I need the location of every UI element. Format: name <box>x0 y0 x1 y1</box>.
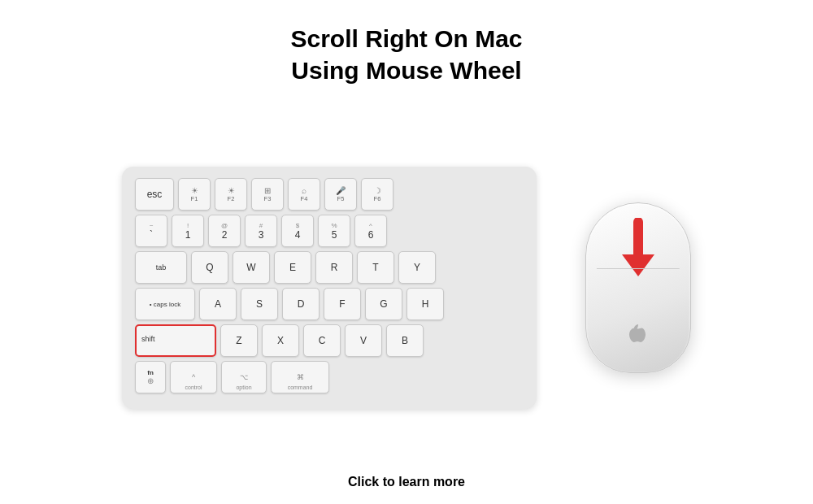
key-g: G <box>365 288 402 320</box>
key-row-numbers: ~` !1 @2 #3 $4 %5 ^6 <box>135 215 524 247</box>
mouse-illustration <box>585 202 691 373</box>
key-5: %5 <box>318 215 350 247</box>
key-row-asdf: • caps lock A S D F G H <box>135 288 524 320</box>
key-row-modifiers: fn ⊕ ^ control ⌥ option ⌘ command <box>135 361 524 393</box>
key-h: H <box>406 288 444 320</box>
key-6: ^6 <box>354 215 387 247</box>
key-control: ^ control <box>170 361 217 393</box>
key-q: Q <box>191 251 228 284</box>
key-shift: shift <box>135 324 216 357</box>
key-x: X <box>262 324 299 357</box>
scroll-arrow-icon <box>614 218 663 283</box>
key-row-zxcvb: shift Z X C V B <box>135 324 524 357</box>
key-z: Z <box>220 324 258 357</box>
key-caps-lock: • caps lock <box>135 288 195 320</box>
key-r: R <box>315 251 353 284</box>
key-row-fn: esc ☀F1 ☀F2 ⊞F3 ⌕F4 🎤F5 ☽F6 <box>135 178 524 211</box>
mouse-divider <box>597 268 680 269</box>
learn-more-link[interactable]: Click to learn more <box>348 475 465 489</box>
key-e: E <box>274 251 311 284</box>
key-fn: fn ⊕ <box>135 361 166 393</box>
key-tab: tab <box>135 251 187 284</box>
key-backtick: ~` <box>135 215 167 247</box>
key-t: T <box>357 251 394 284</box>
key-f1: ☀F1 <box>178 178 211 211</box>
key-3: #3 <box>245 215 277 247</box>
key-c: C <box>303 324 341 357</box>
key-row-qwerty: tab Q W E R T Y <box>135 251 524 284</box>
svg-marker-1 <box>622 254 654 276</box>
key-f5: 🎤F5 <box>324 178 357 211</box>
key-f4: ⌕F4 <box>288 178 320 211</box>
keyboard-illustration: esc ☀F1 ☀F2 ⊞F3 ⌕F4 🎤F5 ☽F6 ~` !1 @2 #3 … <box>122 167 537 409</box>
magic-mouse <box>585 202 691 373</box>
key-command: ⌘ command <box>271 361 329 393</box>
key-y: Y <box>398 251 436 284</box>
title-line1: Scroll Right On Mac <box>290 25 522 52</box>
key-2: @2 <box>208 215 241 247</box>
key-4: $4 <box>281 215 314 247</box>
key-1: !1 <box>172 215 204 247</box>
key-option: ⌥ option <box>221 361 267 393</box>
content-row: esc ☀F1 ☀F2 ⊞F3 ⌕F4 🎤F5 ☽F6 ~` !1 @2 #3 … <box>122 101 691 475</box>
key-s: S <box>241 288 278 320</box>
key-b: B <box>386 324 424 357</box>
page-title: Scroll Right On Mac Using Mouse Wheel <box>290 23 522 86</box>
key-v: V <box>345 324 382 357</box>
key-f6: ☽F6 <box>361 178 393 211</box>
title-line2: Using Mouse Wheel <box>291 57 521 84</box>
key-a: A <box>199 288 237 320</box>
apple-logo-icon <box>627 322 650 350</box>
key-f3: ⊞F3 <box>251 178 284 211</box>
key-w: W <box>233 251 270 284</box>
key-f: F <box>324 288 361 320</box>
key-f2: ☀F2 <box>215 178 247 211</box>
key-d: D <box>282 288 320 320</box>
key-esc: esc <box>135 178 174 211</box>
